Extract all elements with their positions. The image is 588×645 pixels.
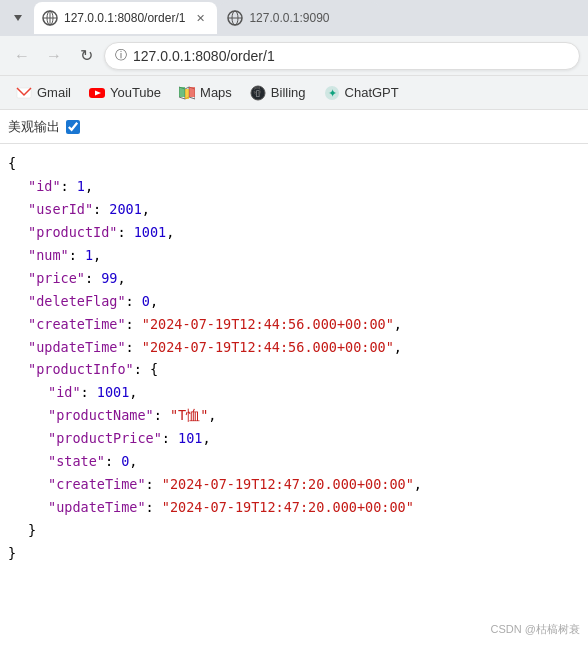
gmail-icon xyxy=(16,85,32,101)
json-deleteflag: "deleteFlag": 0, xyxy=(8,290,572,313)
json-userid: "userId": 2001, xyxy=(8,198,572,221)
bookmarks-bar: Gmail YouTube Maps xyxy=(0,76,588,110)
bookmark-chatgpt-label: ChatGPT xyxy=(345,85,399,100)
inactive-tab[interactable]: 127.0.0.1:9090 xyxy=(219,2,379,34)
json-productinfo-key: "productInfo": { xyxy=(8,358,572,381)
pretty-print-label: 美观输出 xyxy=(8,118,60,136)
json-productid: "productId": 1001, xyxy=(8,221,572,244)
secure-icon: ⓘ xyxy=(115,47,127,64)
tab-bar: 127.0.0.1:8080/order/1 ✕ 127.0.0.1:9090 xyxy=(0,0,588,36)
svg-text:✦: ✦ xyxy=(327,87,336,99)
pretty-print-bar: 美观输出 xyxy=(0,110,588,144)
bookmark-youtube[interactable]: YouTube xyxy=(81,81,169,105)
tab-expand-button[interactable] xyxy=(4,4,32,32)
json-price: "price": 99, xyxy=(8,267,572,290)
bookmark-youtube-label: YouTube xyxy=(110,85,161,100)
address-bar[interactable]: ⓘ 127.0.0.1:8080/order/1 xyxy=(104,42,580,70)
json-productinfo-updatetime: "updateTime": "2024-07-19T12:47:20.000+0… xyxy=(8,496,572,519)
watermark: CSDN @枯槁树衰 xyxy=(491,622,580,637)
json-num: "num": 1, xyxy=(8,244,572,267)
tab-favicon xyxy=(42,10,58,26)
pretty-print-checkbox[interactable] xyxy=(66,120,80,134)
bookmark-billing-label: Billing xyxy=(271,85,306,100)
chatgpt-icon: ✦ xyxy=(324,85,340,101)
json-state: "state": 0, xyxy=(8,450,572,473)
svg-rect-14 xyxy=(179,87,185,97)
json-productinfo-createtime: "createTime": "2024-07-19T12:47:20.000+0… xyxy=(8,473,572,496)
json-id: "id": 1, xyxy=(8,175,572,198)
bookmark-gmail[interactable]: Gmail xyxy=(8,81,79,105)
back-button[interactable]: ← xyxy=(8,42,36,70)
json-close-brace: } xyxy=(8,542,572,565)
json-productinfo-close: } xyxy=(8,519,572,542)
tab-close-button[interactable]: ✕ xyxy=(191,9,209,27)
json-createtime: "createTime": "2024-07-19T12:44:56.000+0… xyxy=(8,313,572,336)
json-content: { "id": 1, "userId": 2001, "productId": … xyxy=(0,144,588,581)
reload-button[interactable]: ↻ xyxy=(72,42,100,70)
json-updatetime: "updateTime": "2024-07-19T12:44:56.000+0… xyxy=(8,336,572,359)
active-tab-title: 127.0.0.1:8080/order/1 xyxy=(64,11,185,25)
bookmark-maps[interactable]: Maps xyxy=(171,81,240,105)
maps-icon xyxy=(179,85,195,101)
inactive-tab-title: 127.0.0.1:9090 xyxy=(249,11,371,25)
bookmark-gmail-label: Gmail xyxy=(37,85,71,100)
billing-icon:  xyxy=(250,85,266,101)
address-bar-row: ← → ↻ ⓘ 127.0.0.1:8080/order/1 xyxy=(0,36,588,76)
address-url: 127.0.0.1:8080/order/1 xyxy=(133,48,275,64)
json-productprice: "productPrice": 101, xyxy=(8,427,572,450)
json-productinfo-id: "id": 1001, xyxy=(8,381,572,404)
bookmark-chatgpt[interactable]: ✦ ChatGPT xyxy=(316,81,407,105)
svg-marker-0 xyxy=(14,15,22,21)
youtube-icon xyxy=(89,85,105,101)
bookmark-maps-label: Maps xyxy=(200,85,232,100)
json-open-brace: { xyxy=(8,152,572,175)
svg-rect-16 xyxy=(189,87,195,97)
bookmark-billing[interactable]:  Billing xyxy=(242,81,314,105)
active-tab[interactable]: 127.0.0.1:8080/order/1 ✕ xyxy=(34,2,217,34)
inactive-tab-favicon xyxy=(227,10,243,26)
forward-button[interactable]: → xyxy=(40,42,68,70)
json-productname: "productName": "T恤", xyxy=(8,404,572,427)
svg-rect-15 xyxy=(185,89,189,99)
